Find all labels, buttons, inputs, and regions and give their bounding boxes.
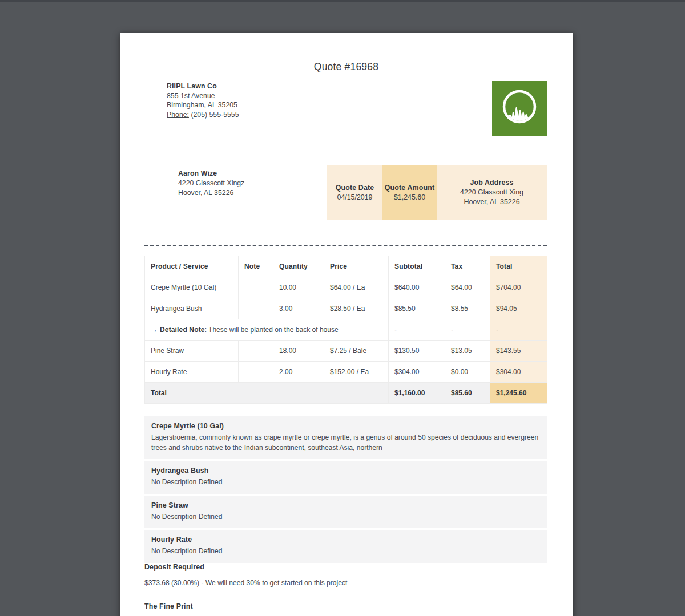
total-label: Total [145, 383, 389, 404]
detailed-note-label: Detailed Note [160, 326, 205, 334]
description-block: Crepe Myrtle (10 Gal) Lagerstroemia, com… [144, 416, 547, 459]
header-tax: Tax [445, 256, 490, 277]
cell-quantity: 18.00 [273, 341, 324, 362]
grass-logo-icon [492, 81, 547, 136]
cell-note [239, 341, 273, 362]
cell-total: $704.00 [490, 277, 547, 298]
total-tax: $85.60 [445, 383, 490, 404]
cell-quantity: 10.00 [273, 277, 324, 298]
description-title: Crepe Myrtle (10 Gal) [151, 422, 540, 430]
cell-price: $64.00 / Ea [324, 277, 389, 298]
company-phone-line: Phone: (205) 555-5555 [167, 110, 239, 120]
quote-amount-label: Quote Amount [385, 183, 434, 193]
product-descriptions: Crepe Myrtle (10 Gal) Lagerstroemia, com… [144, 416, 547, 565]
cell-subtotal: - [389, 319, 445, 341]
quote-amount-value: $1,245.60 [394, 193, 425, 202]
page-title: Quote #16968 [120, 61, 573, 73]
table-row: Hourly Rate 2.00 $152.00 / Ea $304.00 $0… [145, 362, 547, 383]
job-address-line1: 4220 Glasscott Xing [460, 188, 523, 197]
cell-note [239, 298, 273, 319]
phone-value: (205) 555-5555 [191, 111, 239, 119]
cell-product: Hydrangea Bush [145, 298, 239, 319]
cell-tax: $0.00 [445, 362, 490, 383]
cell-subtotal: $85.50 [389, 298, 445, 319]
detailed-note-row: →Detailed Note: These will be planted on… [145, 319, 547, 341]
cell-total: $94.05 [490, 298, 547, 319]
deposit-required-heading: Deposit Required [144, 563, 204, 571]
header-note: Note [239, 256, 273, 277]
cell-product: Crepe Myrtle (10 Gal) [145, 277, 239, 298]
quote-date-label: Quote Date [336, 183, 374, 193]
cell-quantity: 3.00 [273, 298, 324, 319]
description-text: No Description Defined [151, 546, 540, 557]
cell-total: $143.55 [490, 341, 547, 362]
cell-subtotal: $130.50 [389, 341, 445, 362]
detailed-note-text: : These will be planted on the back of h… [205, 326, 339, 334]
cell-tax: $13.05 [445, 341, 490, 362]
phone-label: Phone: [167, 111, 189, 119]
cell-subtotal: $304.00 [389, 362, 445, 383]
line-items-table: Product / Service Note Quantity Price Su… [144, 256, 547, 404]
cell-price: $28.50 / Ea [324, 298, 389, 319]
table-total-row: Total $1,160.00 $85.60 $1,245.60 [145, 383, 547, 404]
job-address-label: Job Address [470, 178, 513, 188]
cell-note [239, 277, 273, 298]
customer-info: Aaron Wize 4220 Glasscott Xingz Hoover, … [178, 169, 244, 198]
header-product: Product / Service [145, 256, 239, 277]
arrow-right-icon: → [151, 326, 158, 334]
header-price: Price [324, 256, 389, 277]
cell-product: Hourly Rate [145, 362, 239, 383]
customer-address-line1: 4220 Glasscott Xingz [178, 179, 244, 188]
company-address-line1: 855 1st Avenue [167, 91, 239, 101]
header-subtotal: Subtotal [389, 256, 445, 277]
cell-subtotal: $640.00 [389, 277, 445, 298]
job-address-line2: Hoover, AL 35226 [464, 197, 519, 207]
quote-date-box: Quote Date 04/15/2019 [327, 165, 382, 220]
cell-price: $152.00 / Ea [324, 362, 389, 383]
description-text: Lagerstroemia, commonly known as crape m… [151, 433, 540, 453]
description-title: Hourly Rate [151, 536, 540, 544]
company-address-line2: Birmingham, AL 35205 [167, 100, 239, 110]
deposit-required-text: $373.68 (30.00%) - We will need 30% to g… [144, 579, 347, 587]
description-text: No Description Defined [151, 477, 540, 488]
cell-quantity: 2.00 [273, 362, 324, 383]
description-block: Hydrangea Bush No Description Defined [144, 461, 547, 494]
cell-total: $304.00 [490, 362, 547, 383]
company-info: RIIPL Lawn Co 855 1st Avenue Birmingham,… [167, 82, 239, 119]
cell-note [239, 362, 273, 383]
table-row: Pine Straw 18.00 $7.25 / Bale $130.50 $1… [145, 341, 547, 362]
description-title: Pine Straw [151, 501, 540, 509]
table-row: Crepe Myrtle (10 Gal) 10.00 $64.00 / Ea … [145, 277, 547, 298]
customer-address-line2: Hoover, AL 35226 [178, 188, 244, 198]
description-block: Hourly Rate No Description Defined [144, 530, 547, 563]
quote-amount-box: Quote Amount $1,245.60 [382, 165, 437, 220]
top-border [0, 0, 685, 2]
cell-price: $7.25 / Bale [324, 341, 389, 362]
cell-tax: - [445, 319, 490, 341]
cell-tax: $8.55 [445, 298, 490, 319]
cell-total: - [490, 319, 547, 341]
grand-total: $1,245.60 [490, 383, 547, 404]
quote-date-value: 04/15/2019 [337, 193, 372, 202]
table-header-row: Product / Service Note Quantity Price Su… [145, 256, 547, 277]
description-block: Pine Straw No Description Defined [144, 496, 547, 529]
cell-product: Pine Straw [145, 341, 239, 362]
description-text: No Description Defined [151, 512, 540, 522]
customer-name: Aaron Wize [178, 169, 244, 179]
company-name: RIIPL Lawn Co [167, 82, 239, 91]
header-total: Total [490, 256, 547, 277]
cell-tax: $64.00 [445, 277, 490, 298]
quote-document-page: Quote #16968 RIIPL Lawn Co 855 1st Avenu… [120, 33, 573, 616]
detailed-note-cell: →Detailed Note: These will be planted on… [145, 319, 389, 341]
dashed-separator [144, 245, 547, 246]
total-subtotal: $1,160.00 [389, 383, 445, 404]
quote-info-boxes: Quote Date 04/15/2019 Quote Amount $1,24… [327, 165, 547, 220]
job-address-box: Job Address 4220 Glasscott Xing Hoover, … [437, 165, 547, 220]
fine-print-heading: The Fine Print [144, 602, 193, 610]
table-row: Hydrangea Bush 3.00 $28.50 / Ea $85.50 $… [145, 298, 547, 319]
description-title: Hydrangea Bush [151, 467, 540, 475]
header-quantity: Quantity [273, 256, 324, 277]
